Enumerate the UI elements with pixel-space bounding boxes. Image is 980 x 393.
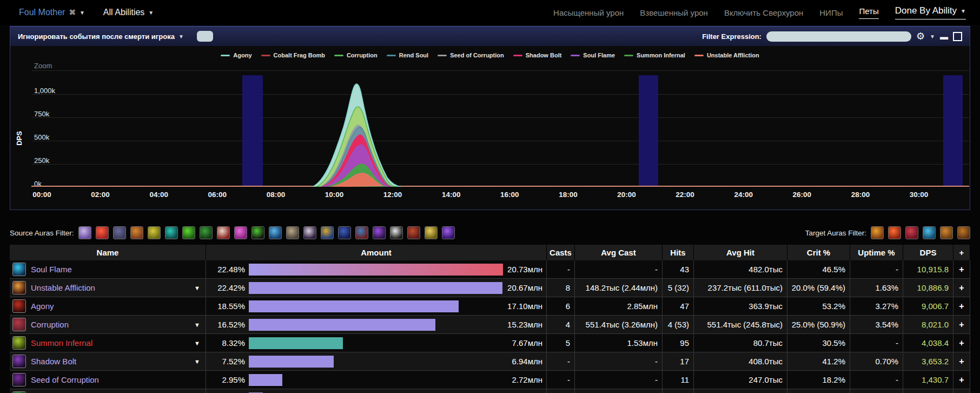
nav-link-weighted-damage[interactable]: Взвешенный урон <box>640 8 708 17</box>
ability-name-link[interactable]: Agony <box>31 302 54 311</box>
add-filter-button[interactable]: + <box>953 352 970 370</box>
expand-row-caret[interactable]: ▼ <box>194 340 200 346</box>
column-header-+[interactable]: + <box>953 245 970 260</box>
graph-panel-header: Игнорировать события после смерти игрока… <box>10 27 970 46</box>
ability-name-link[interactable]: Corruption <box>31 320 69 329</box>
hits-cell: 4 (53) <box>663 316 694 333</box>
x-tick-label: 12:00 <box>383 191 402 199</box>
legend-label: Corruption <box>347 52 378 58</box>
chevron-down-icon[interactable]: ▼ <box>930 34 935 40</box>
legend-item[interactable]: Summon Infernal <box>624 52 685 58</box>
aura-gray-blade-icon[interactable] <box>286 226 299 239</box>
aura-crossed-bones-icon[interactable] <box>390 226 403 239</box>
amount-percent: 18.55% <box>206 302 245 311</box>
nav-link-include-overkill[interactable]: Включить Сверхурон <box>724 8 803 17</box>
chevron-down-icon: ▼ <box>80 10 85 16</box>
nav-link-saturated-damage[interactable]: Насыщенный урон <box>553 8 624 17</box>
amount-percent: 7.52% <box>206 357 245 366</box>
maximize-icon[interactable] <box>953 32 962 41</box>
aura-fire-elemental-icon[interactable] <box>888 226 901 239</box>
aura-dark-circle-icon[interactable] <box>113 226 126 239</box>
aura-amber-circle-1-icon[interactable] <box>940 226 953 239</box>
legend-item[interactable]: Shadow Bolt <box>513 52 562 58</box>
add-filter-button[interactable]: + <box>953 297 970 315</box>
aura-olive-totem-icon[interactable] <box>148 226 161 239</box>
add-filter-button[interactable]: + <box>953 371 970 389</box>
aura-violet-figure-icon[interactable] <box>373 226 386 239</box>
aura-fiery-shield-icon[interactable] <box>871 226 884 239</box>
aura-red-cloak-icon[interactable] <box>905 226 918 239</box>
ability-name-link[interactable]: Unstable Affliction <box>31 283 95 292</box>
death-filter-dropdown[interactable]: Игнорировать события после смерти игрока… <box>18 32 184 41</box>
aura-green-slash-icon[interactable] <box>182 226 195 239</box>
add-filter-button[interactable]: + <box>953 279 970 297</box>
column-header-name[interactable]: Name <box>10 245 206 260</box>
y-axis-title: DPS <box>15 131 23 146</box>
nav-link-pets[interactable]: Петы <box>859 6 878 19</box>
expand-row-caret[interactable]: ▼ <box>194 285 200 291</box>
expand-row-caret[interactable]: ▼ <box>194 322 200 328</box>
ability-filter-dropdown[interactable]: All Abilities ▼ <box>103 8 154 17</box>
ability-name-link[interactable]: Summon Infernal <box>31 338 92 348</box>
minimize-icon[interactable]: ▬ <box>940 32 948 41</box>
amount-bar <box>249 356 334 368</box>
legend-item[interactable]: Corruption <box>334 52 378 58</box>
aura-red-flame-icon[interactable] <box>96 226 109 239</box>
dps-area-chart[interactable] <box>31 70 969 187</box>
expand-row-caret[interactable]: ▼ <box>194 358 200 365</box>
aura-red-blue-orb-icon[interactable] <box>355 226 368 239</box>
aura-red-potion-icon[interactable] <box>217 226 230 239</box>
aura-rust-rings-icon[interactable] <box>130 226 143 239</box>
remove-boss-filter-icon[interactable]: ✖ <box>69 8 76 17</box>
graph-header-button[interactable] <box>197 31 213 42</box>
aura-purple-figure-icon[interactable] <box>78 226 91 239</box>
x-tick-label: 00:00 <box>32 191 51 199</box>
aura-navy-spiral-icon[interactable] <box>338 226 351 239</box>
uptime-cell: - <box>850 371 903 389</box>
legend-label: Cobalt Frag Bomb <box>274 52 325 58</box>
ability-name-link[interactable]: Seed of Corruption <box>31 375 99 384</box>
legend-item[interactable]: Rend Soul <box>387 52 428 58</box>
zoom-label[interactable]: Zoom <box>34 62 52 70</box>
aura-blue-splash-icon[interactable] <box>269 226 282 239</box>
column-header-avg-hit[interactable]: Avg Hit <box>694 245 787 260</box>
legend-item[interactable]: Cobalt Frag Bomb <box>261 52 325 58</box>
add-filter-button[interactable]: + <box>953 334 970 352</box>
legend-item[interactable]: Agony <box>221 52 251 58</box>
column-header-avg-cast[interactable]: Avg Cast <box>575 245 663 260</box>
aura-magenta-face-icon[interactable] <box>234 226 247 239</box>
ability-name-link[interactable]: Shadow Bolt <box>31 357 76 366</box>
legend-item[interactable]: Soul Flame <box>571 52 615 58</box>
column-header-amount[interactable]: Amount <box>206 245 547 260</box>
aura-green-orb-icon[interactable] <box>200 226 213 239</box>
aura-violet-cone-icon[interactable] <box>442 226 455 239</box>
add-filter-button[interactable]: + <box>953 260 970 278</box>
aura-fel-swirl-icon[interactable] <box>251 226 264 239</box>
aura-blue-gold-ring-icon[interactable] <box>321 226 334 239</box>
filter-expression-input[interactable] <box>766 31 911 42</box>
add-filter-button[interactable]: + <box>953 316 970 333</box>
nav-link-npcs[interactable]: НИПы <box>819 8 843 17</box>
gear-icon[interactable]: ⚙ <box>916 31 925 41</box>
aura-teal-slash-icon[interactable] <box>165 226 178 239</box>
amount-cell: 22.42%20.67млн <box>206 279 547 297</box>
legend-item[interactable]: Seed of Corruption <box>438 52 504 58</box>
column-header-uptime-[interactable]: Uptime % <box>850 245 903 260</box>
column-header-crit-[interactable]: Crit % <box>787 245 850 260</box>
column-header-dps[interactable]: DPS <box>903 245 953 260</box>
ability-name-link[interactable]: Soul Flame <box>31 265 72 274</box>
aura-yellow-wedge-icon[interactable] <box>425 226 438 239</box>
aura-amber-circle-2-icon[interactable] <box>957 226 970 239</box>
avg-hit-cell: 80.7тыс <box>694 334 787 352</box>
legend-item[interactable]: Unstable Affliction <box>694 52 759 58</box>
legend-label: Soul Flame <box>583 52 615 58</box>
column-header-casts[interactable]: Casts <box>547 245 575 260</box>
column-header-hits[interactable]: Hits <box>663 245 694 260</box>
aura-frost-hand-icon[interactable] <box>923 226 936 239</box>
add-filter-button[interactable]: + <box>953 389 970 393</box>
done-by-ability-dropdown[interactable]: Done By Ability ▼ <box>895 5 966 19</box>
aura-maroon-cluster-icon[interactable] <box>407 226 420 239</box>
ability-name-cell: Shadow Bolt▼ <box>10 352 206 370</box>
boss-filter-dropdown[interactable]: Foul Mother ✖ ▼ <box>19 8 85 17</box>
aura-pale-skull-icon[interactable] <box>303 226 316 239</box>
